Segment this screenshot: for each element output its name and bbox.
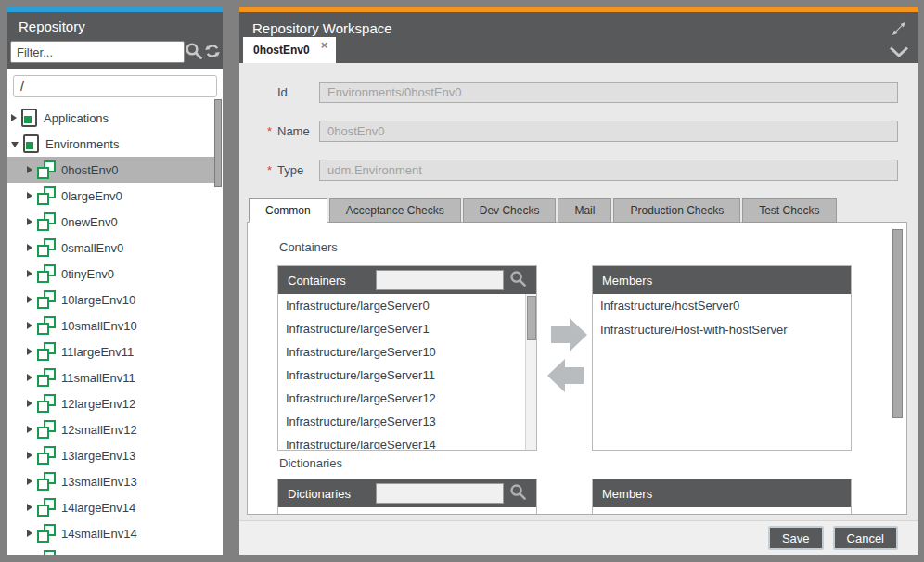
config-tab[interactable]: Common [249,198,327,223]
tree-item-environment[interactable]: 0smallEnv0 [7,235,214,261]
expand-arrow-icon[interactable] [27,218,32,225]
available-container-item[interactable]: Infrastructure/largeServer12 [278,387,536,410]
tree-item-environment[interactable]: 0newEnv0 [7,209,214,235]
tree-scrollbar-thumb[interactable] [214,99,222,187]
save-button[interactable]: Save [768,526,824,550]
tree-item-environment[interactable]: 14smallEnv14 [7,520,214,546]
expand-arrow-icon[interactable] [27,452,32,459]
tree-item-environment[interactable]: 11largeEnv11 [7,338,214,364]
tree-item-environment[interactable]: 0tinyEnv0 [7,261,214,287]
tab-close-icon[interactable]: × [321,41,328,50]
expand-arrow-icon[interactable] [27,504,32,511]
environment-icon [37,186,56,206]
filter-input[interactable] [10,41,185,63]
tree-item-environment[interactable]: 10largeEnv10 [7,287,214,313]
expand-arrow-icon[interactable] [27,192,32,199]
environment-icon [37,264,56,284]
tree-item-label: 0newEnv0 [61,215,118,229]
expand-arrow-icon[interactable] [27,244,32,251]
repository-tree: Applications Environments 0hostEnv0 0lar… [7,105,223,555]
member-item[interactable]: Infrastructure/hostServer0 [593,294,851,318]
field-label: * Type [267,163,319,177]
config-tab-bar: CommonAcceptance ChecksDev ChecksMailPro… [249,198,918,223]
name-field[interactable] [319,121,898,142]
expand-arrow-icon[interactable] [27,296,32,303]
repository-panel: Repository [7,7,223,555]
expand-arrow-icon[interactable] [27,374,32,381]
available-container-item[interactable]: Infrastructure/largeServer11 [278,364,536,387]
available-container-item[interactable]: Infrastructure/largeServer10 [278,340,536,364]
id-field[interactable] [319,82,898,103]
workspace-header: Repository Workspace 0hostEnv0 × [239,12,918,63]
member-item[interactable]: Infrastructure/Host-with-hostServer [593,318,851,342]
expand-arrow-icon[interactable] [27,270,32,277]
config-tab[interactable]: Test Checks [742,198,836,223]
collapse-chevron-icon[interactable] [888,45,910,62]
dictionaries-picker-header: Dictionaries [278,479,536,507]
refresh-button[interactable] [203,42,222,63]
dictionaries-search-button[interactable] [507,483,529,505]
tree-item-environment[interactable]: 13smallEnv13 [7,468,214,494]
expand-arrow-icon[interactable] [27,400,32,407]
path-field [13,75,217,97]
filter-row [7,41,223,69]
tree-item-environment[interactable]: 13largeEnv13 [7,442,214,468]
dictionaries-search-input[interactable] [376,483,504,504]
expand-arrow-icon[interactable] [27,530,32,537]
tree-item-environment[interactable]: 12largeEnv12 [7,390,214,416]
field-row-type: * Type [267,160,898,181]
available-container-item[interactable]: Infrastructure/largeServer14 [278,433,536,451]
config-tab[interactable]: Production Checks [613,198,740,223]
content-scrollbar-thumb[interactable] [892,229,903,418]
environment-icon [37,290,56,310]
available-container-item[interactable]: Infrastructure/largeServer13 [278,410,536,433]
available-container-item[interactable]: Infrastructure/largeServer1 [278,317,536,340]
containers-picker-title: Containers [288,274,346,287]
search-button[interactable] [185,42,203,63]
path-input[interactable] [13,75,217,97]
config-tab[interactable]: Acceptance Checks [329,198,461,223]
tree-item-label: Applications [44,111,109,125]
tree-item-environment[interactable]: 0largeEnv0 [7,183,214,209]
tree-item-label: 13largeEnv13 [61,449,135,463]
containers-list-scrollbar-thumb[interactable] [527,296,536,340]
repository-title: Repository [7,12,223,41]
move-left-icon [547,359,584,392]
tree-item-environments[interactable]: Environments [7,131,214,157]
workspace-panel: Repository Workspace 0hostEnv0 × * Id [239,7,918,555]
available-dictionary-item[interactable]: Environments/PlaceholderDictionary [278,507,536,515]
tree-item-environment[interactable]: 10smallEnv10 [7,313,214,338]
environment-icon [37,550,56,556]
tree-item-environment[interactable]: 14largeEnv14 [7,494,214,520]
expand-arrow-icon[interactable] [11,114,17,121]
type-field[interactable] [319,160,898,181]
tree-item-environment[interactable]: 0hostEnv0 [7,157,214,183]
tree-item-environment[interactable]: 11smallEnv11 [7,364,214,390]
containers-search-input[interactable] [376,270,504,290]
expand-arrow-icon[interactable] [27,322,32,329]
environment-icon [37,342,56,362]
expand-arrow-icon[interactable] [27,426,32,433]
config-tab[interactable]: Mail [558,198,611,223]
expand-arrow-icon[interactable] [27,166,32,173]
containers-list-scrollbar[interactable] [525,294,536,450]
workspace-title: Repository Workspace [252,20,392,36]
containers-search-button[interactable] [507,270,529,291]
expand-arrow-icon[interactable] [27,348,32,355]
environment-icon [37,472,56,492]
tree-item-environment[interactable]: 12smallEnv12 [7,416,214,442]
workspace-tab[interactable]: 0hostEnv0 × [243,37,336,63]
collapse-arrow-icon[interactable] [11,142,19,147]
maximize-icon[interactable] [889,19,909,43]
section-label-dictionaries: Dictionaries [279,456,342,470]
common-tab-content: Containers Containers [247,222,907,515]
directory-icon [23,134,39,153]
tree-item-label: 11smallEnv11 [61,371,135,385]
config-tab[interactable]: Dev Checks [463,198,557,223]
expand-arrow-icon[interactable] [27,478,32,485]
cancel-button[interactable]: Cancel [833,526,898,550]
tree-item-applications[interactable]: Applications [7,105,214,131]
tree-item-environment[interactable]: 15largeEnv15 [7,546,214,555]
available-container-item[interactable]: Infrastructure/largeServer0 [278,294,536,317]
environment-icon [37,394,56,414]
